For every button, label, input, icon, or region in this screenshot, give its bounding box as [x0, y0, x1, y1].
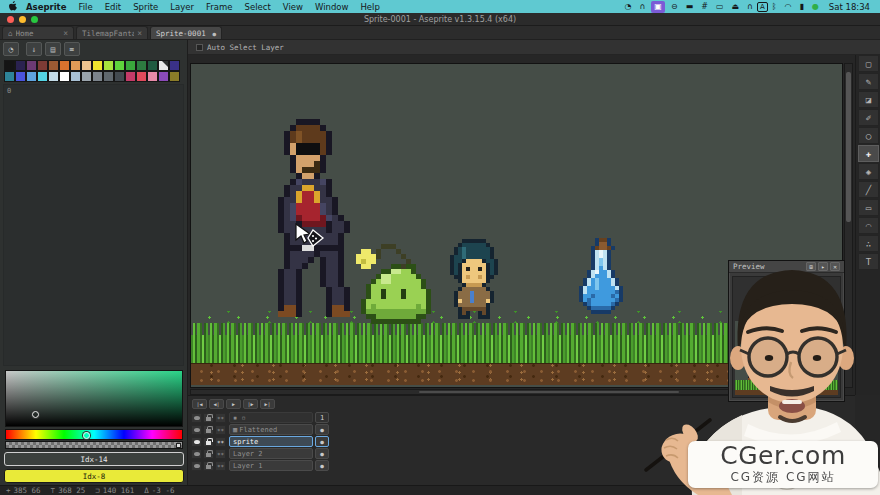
palette-swatch[interactable] [15, 71, 26, 82]
eject-icon[interactable]: ⏏ [727, 1, 743, 13]
screen-recording-icon[interactable]: ▣ [651, 1, 665, 13]
layer-name[interactable]: sprite [229, 436, 313, 447]
layer-visibility-toggle[interactable] [191, 437, 202, 447]
palette-swatch[interactable] [147, 60, 158, 71]
link-column-icon[interactable]: ∗∗ [215, 413, 226, 423]
tab-tilemapfantac[interactable]: TilemapFantac× [76, 26, 148, 39]
palette-swatch[interactable] [37, 60, 48, 71]
tab-close-icon[interactable]: × [63, 29, 68, 38]
hue-bar[interactable] [5, 429, 183, 440]
text-tool[interactable]: T [858, 253, 879, 270]
wifi-icon[interactable]: ◠ [780, 1, 795, 13]
contour-tool[interactable]: ◠ [858, 217, 879, 234]
headphones-icon[interactable]: ∩ [636, 1, 650, 13]
palette-swatch[interactable] [26, 60, 37, 71]
preview-titlebar[interactable]: Preview ⊞▸✕ [729, 261, 844, 273]
play-button[interactable]: ▶ [226, 399, 241, 409]
headset-icon[interactable]: ∩ [743, 1, 757, 13]
palette-swatch[interactable] [4, 71, 15, 82]
menu-aseprite[interactable]: Aseprite [20, 2, 72, 12]
prev-frame-button[interactable]: ◀| [209, 399, 224, 409]
palette-swatch[interactable] [92, 71, 103, 82]
layer-visibility-toggle[interactable] [191, 449, 202, 459]
move-tool[interactable]: ✚ [858, 145, 879, 162]
eraser-tool[interactable]: ◪ [858, 91, 879, 108]
battery-icon[interactable]: ▮ [795, 1, 807, 13]
palette-presets-button[interactable]: ◔ [3, 42, 19, 56]
palette-swatch[interactable] [125, 71, 136, 82]
palette-swatch[interactable] [169, 71, 180, 82]
menu-edit[interactable]: Edit [99, 2, 127, 12]
bluetooth-icon[interactable]: ᛒ [768, 1, 781, 13]
paint-bucket-tool[interactable]: ◈ [858, 163, 879, 180]
palette-swatch[interactable] [114, 60, 125, 71]
preview-center-button[interactable]: ⊞ [806, 262, 816, 271]
capture-icon[interactable]: ◔ [621, 1, 636, 13]
display-icon[interactable]: ▭ [712, 1, 728, 13]
saturation-value-box[interactable] [5, 370, 183, 427]
window-titlebar[interactable]: Sprite-0001 - Aseprite v1.3.15.4 (x64) [0, 13, 880, 26]
layer-lock-toggle[interactable] [203, 425, 214, 435]
apple-logo-icon[interactable] [6, 1, 18, 12]
palette-swatch[interactable] [114, 71, 125, 82]
palette-swatch[interactable] [48, 71, 59, 82]
tab-home[interactable]: ⌂Home× [2, 26, 74, 39]
tab-sprite-0001[interactable]: Sprite-0001● [150, 26, 222, 39]
palette-swatch[interactable] [92, 60, 103, 71]
menu-select[interactable]: Select [239, 2, 277, 12]
frame-number-cell[interactable]: 1 [315, 412, 329, 423]
frame-cel[interactable]: ● [315, 448, 329, 459]
palette-swatch[interactable] [37, 71, 48, 82]
layer-continuous-toggle[interactable]: ∗∗ [215, 437, 226, 447]
layer-lock-toggle[interactable] [203, 461, 214, 471]
palette-swatch[interactable] [103, 71, 114, 82]
layer-continuous-toggle[interactable]: ∗∗ [215, 449, 226, 459]
palette-swatch[interactable] [81, 71, 92, 82]
menu-window[interactable]: Window [309, 2, 355, 12]
window-grid-icon[interactable]: # [697, 1, 712, 13]
hue-marker[interactable] [83, 432, 90, 439]
palette-swatch[interactable] [70, 60, 81, 71]
palette-swatch[interactable] [136, 71, 147, 82]
palette-swatch[interactable] [136, 60, 147, 71]
layer-visibility-toggle[interactable] [191, 425, 202, 435]
layer-continuous-toggle[interactable]: ∗∗ [215, 461, 226, 471]
alpha-marker[interactable] [176, 443, 181, 448]
menu-layer[interactable]: Layer [164, 2, 200, 12]
last-frame-button[interactable]: ▶| [260, 399, 275, 409]
layer-continuous-toggle[interactable]: ∗∗ [215, 425, 226, 435]
menu-view[interactable]: View [277, 2, 309, 12]
onion-skin-icon[interactable]: ▪ ▫ [233, 414, 246, 422]
palette-extra-area[interactable]: 0 [3, 84, 184, 366]
palette-sort-button[interactable]: ↓ [26, 42, 42, 56]
menu-sprite[interactable]: Sprite [127, 2, 164, 12]
do-not-disturb-icon[interactable]: ⊖ [667, 1, 682, 13]
palette-swatch[interactable] [147, 71, 158, 82]
palette-swatch[interactable] [4, 60, 15, 71]
palette-new-button[interactable]: ▤ [45, 42, 61, 56]
foreground-color-bar[interactable]: Idx-14 [4, 452, 184, 466]
sv-marker[interactable] [32, 411, 39, 418]
layer-name[interactable]: Layer 2 [229, 448, 313, 459]
frame-cel[interactable]: ● [315, 460, 329, 471]
line-tool[interactable]: ╱ [858, 181, 879, 198]
menu-file[interactable]: File [72, 2, 98, 12]
zoom-tool[interactable]: ◯ [858, 127, 879, 144]
eye-column-icon[interactable] [191, 413, 202, 423]
layer-name[interactable]: Layer 1 [229, 460, 313, 471]
palette-swatch[interactable] [15, 60, 26, 71]
palette-swatch[interactable] [59, 71, 70, 82]
canvas-vertical-scrollbar[interactable] [844, 63, 853, 388]
lock-column-icon[interactable] [203, 413, 214, 423]
input-source-icon[interactable]: A [757, 2, 768, 12]
palette-swatch[interactable] [158, 71, 169, 82]
palette-swatch[interactable] [158, 60, 169, 71]
preview-play-button[interactable]: ▸ [818, 262, 828, 271]
palette-options-button[interactable]: ≡ [64, 42, 80, 56]
palette-swatch[interactable] [81, 60, 92, 71]
tab-close-icon[interactable]: × [137, 29, 142, 38]
palette-swatch[interactable] [103, 60, 114, 71]
menu-frame[interactable]: Frame [200, 2, 238, 12]
frame-cel[interactable]: ● [315, 424, 329, 435]
first-frame-button[interactable]: |◀ [192, 399, 207, 409]
